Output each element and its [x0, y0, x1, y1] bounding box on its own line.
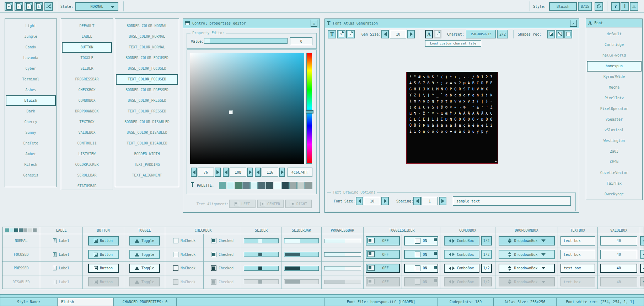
save-style-button[interactable]: ↓: [25, 2, 33, 11]
toggleslider-off-preview[interactable]: OFF: [366, 236, 400, 246]
control-item-statusbar[interactable]: STATUSBAR: [62, 181, 112, 191]
red-decrease-button[interactable]: [191, 168, 197, 177]
toggleslider-on-preview[interactable]: ON: [404, 264, 438, 273]
slider-preview[interactable]: [244, 279, 279, 284]
font-item-default[interactable]: default: [587, 29, 642, 39]
combobox-count[interactable]: 1/2: [481, 236, 492, 246]
spinner-preview[interactable]: [640, 264, 644, 273]
export-atlas-image-button[interactable]: ▴: [346, 30, 355, 38]
align-center-button[interactable]: CENTER: [257, 200, 284, 208]
palette-swatch-2[interactable]: [235, 182, 242, 189]
control-item-combobox[interactable]: COMBOBOX: [62, 95, 112, 106]
color-picker-panel[interactable]: [190, 53, 304, 164]
font-size-box[interactable]: 10: [364, 197, 380, 205]
toggle-preview[interactable]: Toggle: [129, 277, 160, 286]
green-increase-button[interactable]: [247, 168, 253, 177]
font-size-decrease-button[interactable]: [356, 197, 363, 205]
slider-preview[interactable]: [244, 266, 279, 271]
checkbox-checked-preview[interactable]: Checked: [211, 238, 234, 243]
color-picker-cursor[interactable]: [229, 110, 233, 114]
palette-swatch-3[interactable]: [242, 182, 250, 189]
reload-style-button[interactable]: [595, 2, 603, 11]
property-item-border-color-focused[interactable]: BORDER_COLOR_FOCUSED: [116, 53, 178, 63]
checkbox-unchecked-preview[interactable]: NoCheck: [173, 252, 195, 257]
property-item-text-alignment[interactable]: TEXT_ALIGNMENT: [116, 170, 178, 181]
checkbox-checked-preview[interactable]: Checked: [211, 265, 234, 271]
properties-editor-titlebar[interactable]: Control properties editor x: [183, 19, 320, 28]
control-item-listview[interactable]: LISTVIEW: [62, 149, 112, 159]
style-name-button[interactable]: Bluish: [549, 2, 577, 11]
label-preview[interactable]: Label: [53, 238, 69, 243]
hex-value-box[interactable]: 4C6C74FF: [288, 168, 312, 177]
style-item-terminal[interactable]: Terminal: [6, 74, 56, 85]
slider-handle[interactable]: [258, 280, 262, 284]
textbox-preview[interactable]: text box: [560, 264, 595, 273]
palette-swatch-1[interactable]: [227, 182, 234, 189]
dropdownbox-preview[interactable]: DropdownBox: [499, 236, 555, 246]
spacing-box[interactable]: 1: [422, 197, 438, 205]
dropdownbox-preview[interactable]: DropdownBox: [499, 250, 555, 259]
valuebox-preview[interactable]: 40: [600, 264, 637, 273]
toggle-preview[interactable]: Toggle: [129, 250, 160, 259]
toggleslider-off-preview[interactable]: OFF: [366, 277, 400, 286]
font-item-vseaster[interactable]: vSeaster: [587, 114, 642, 125]
shapes-rec-diagonal-button[interactable]: [556, 30, 564, 38]
control-item-control11[interactable]: CONTROL11: [62, 138, 112, 149]
hue-handle[interactable]: [306, 110, 313, 114]
font-item-hello-world[interactable]: hello-world: [587, 50, 642, 61]
sliderbar-preview[interactable]: [284, 266, 319, 271]
property-item-border-width[interactable]: BORDER_WIDTH: [116, 149, 178, 159]
font-item-2a03[interactable]: 2a03: [587, 146, 642, 157]
toggleslider-on-preview[interactable]: ON: [404, 250, 438, 259]
checkbox-checked-preview[interactable]: Checked: [211, 279, 234, 285]
value-slider[interactable]: [204, 38, 288, 44]
load-charset-button[interactable]: A: [425, 30, 433, 38]
hue-bar[interactable]: [306, 53, 312, 164]
property-item-text-color-disabled[interactable]: TEXT_COLOR_DISABLED: [116, 138, 178, 149]
green-decrease-button[interactable]: [223, 168, 229, 177]
control-item-label[interactable]: LABEL: [62, 31, 112, 42]
property-item-base-color-disabled[interactable]: BASE_COLOR_DISABLED: [116, 127, 178, 138]
style-item-ashes[interactable]: Ashes: [6, 85, 56, 95]
close-icon[interactable]: x: [311, 20, 317, 27]
palette-swatch-9[interactable]: [289, 182, 297, 189]
combobox-button[interactable]: ComboBox: [444, 277, 479, 286]
textbox-preview[interactable]: text box: [560, 250, 595, 259]
property-item-text-color-focused[interactable]: TEXT_COLOR_FOCUSED: [116, 74, 178, 85]
toggleslider-on-preview[interactable]: ON: [404, 236, 438, 246]
slider-handle[interactable]: [258, 267, 262, 270]
align-left-button[interactable]: LEFT: [229, 200, 256, 208]
style-item-bluish[interactable]: Bluish: [6, 95, 56, 106]
control-item-textbox[interactable]: TEXTBOX: [62, 117, 112, 127]
style-item-genesis[interactable]: Genesis: [6, 170, 56, 181]
sliderbar-preview[interactable]: [284, 279, 319, 284]
value-box[interactable]: 0: [290, 37, 312, 45]
spacing-increase-button[interactable]: [439, 197, 446, 205]
blue-increase-button[interactable]: [279, 168, 285, 177]
control-item-progressbar[interactable]: PROGRESSBAR: [62, 74, 112, 85]
shapes-rec-empty-button[interactable]: [564, 30, 572, 38]
slider-preview[interactable]: [244, 252, 279, 257]
palette-swatch-11[interactable]: [305, 182, 312, 189]
export-style-button[interactable]: E: [34, 2, 43, 11]
red-value-box[interactable]: 76: [198, 168, 214, 177]
control-item-scrollbar[interactable]: SCROLLBAR: [62, 170, 112, 181]
font-item-cozettevector[interactable]: CozetteVector: [587, 168, 642, 178]
font-item-homespun[interactable]: homespun: [587, 61, 642, 72]
property-item-text-color-normal[interactable]: TEXT_COLOR_NORMAL: [116, 42, 178, 53]
font-item-westington[interactable]: Westington: [587, 136, 642, 146]
control-item-slider[interactable]: SLIDER: [62, 63, 112, 74]
green-value-box[interactable]: 108: [230, 168, 246, 177]
sample-text-input[interactable]: sample text: [453, 196, 571, 206]
spacing-decrease-button[interactable]: [413, 197, 421, 205]
font-item-cartridge[interactable]: Cartridge: [587, 39, 642, 50]
spinner-preview[interactable]: [640, 277, 644, 286]
label-preview[interactable]: Label: [53, 252, 69, 257]
randomize-style-button[interactable]: [44, 2, 53, 11]
new-style-button[interactable]: +: [5, 2, 13, 11]
valuebox-preview[interactable]: 40: [600, 250, 637, 259]
clear-font-button[interactable]: x: [337, 30, 345, 38]
textbox-preview[interactable]: text box: [560, 277, 595, 286]
slider-handle[interactable]: [258, 239, 262, 243]
gen-size-increase-button[interactable]: [407, 30, 415, 38]
